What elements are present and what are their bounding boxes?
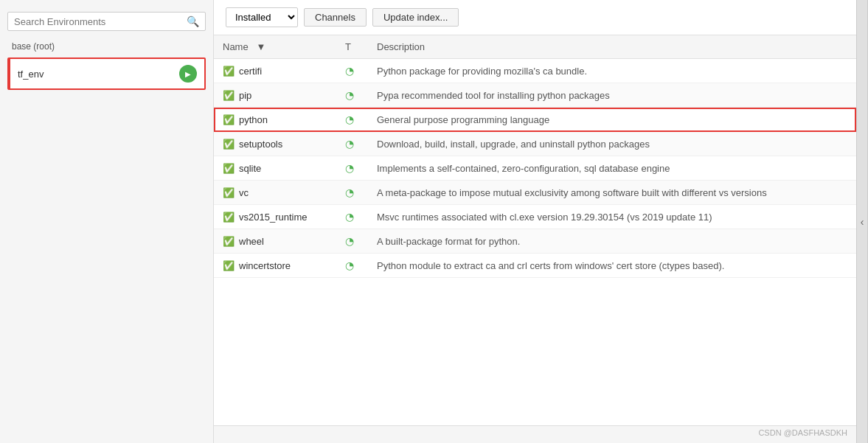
pkg-description: A built-package format for python. bbox=[377, 236, 520, 247]
pkg-name-cell: ✅ setuptools bbox=[214, 132, 336, 156]
pkg-name: wincertstore bbox=[239, 260, 291, 271]
pkg-description: Download, build, install, upgrade, and u… bbox=[377, 139, 650, 150]
table-row[interactable]: ✅ pip ◔Pypa recommended tool for install… bbox=[214, 83, 856, 108]
check-icon: ✅ bbox=[223, 66, 235, 77]
table-row[interactable]: ✅ sqlite ◔Implements a self-contained, z… bbox=[214, 156, 856, 181]
type-icon: ◔ bbox=[345, 89, 354, 101]
pkg-type-cell: ◔ bbox=[336, 132, 368, 156]
packages-table: Name ▼ T Description ✅ certifi ◔Python p… bbox=[214, 35, 856, 278]
check-icon: ✅ bbox=[223, 90, 235, 101]
pkg-description: Implements a self-contained, zero-config… bbox=[377, 163, 670, 174]
toolbar: Installed All Updatable Selected Channel… bbox=[214, 0, 856, 35]
pkg-name-cell: ✅ wheel bbox=[214, 229, 336, 254]
pkg-type-cell: ◔ bbox=[336, 181, 368, 205]
pkg-name-cell: ✅ vs2015_runtime bbox=[214, 205, 336, 229]
check-icon: ✅ bbox=[223, 236, 235, 247]
env-name: tf_env bbox=[18, 69, 44, 80]
pkg-desc-cell: Implements a self-contained, zero-config… bbox=[368, 156, 856, 181]
play-button[interactable]: ▶ bbox=[179, 65, 197, 83]
type-icon: ◔ bbox=[345, 235, 354, 247]
pkg-description: Python package for providing mozilla's c… bbox=[377, 66, 587, 77]
pkg-name-cell: ✅ wincertstore bbox=[214, 254, 336, 278]
pkg-description: Pypa recommended tool for installing pyt… bbox=[377, 90, 610, 101]
pkg-name-cell: ✅ vc bbox=[214, 181, 336, 205]
search-bar[interactable]: 🔍 bbox=[7, 12, 206, 31]
table-row[interactable]: ✅ setuptools ◔Download, build, install, … bbox=[214, 132, 856, 156]
channels-button[interactable]: Channels bbox=[304, 8, 367, 27]
pkg-name: wheel bbox=[239, 236, 264, 247]
table-row[interactable]: ✅ vs2015_runtime ◔Msvc runtimes associat… bbox=[214, 205, 856, 229]
pkg-name-cell: ✅ python bbox=[214, 108, 336, 132]
watermark-text: CSDN @DASFHASDKH bbox=[758, 428, 847, 437]
check-icon: ✅ bbox=[223, 212, 235, 223]
table-row[interactable]: ✅ wincertstore ◔Python module to extract… bbox=[214, 254, 856, 278]
search-input[interactable] bbox=[14, 16, 187, 27]
pkg-name-cell: ✅ sqlite bbox=[214, 156, 336, 181]
pkg-name: pip bbox=[239, 90, 251, 101]
type-icon: ◔ bbox=[345, 114, 354, 125]
packages-table-container: Name ▼ T Description ✅ certifi ◔Python p… bbox=[214, 35, 856, 425]
pkg-type-cell: ◔ bbox=[336, 108, 368, 132]
pkg-desc-cell: A meta-package to impose mutual exclusiv… bbox=[368, 181, 856, 205]
main-content: Installed All Updatable Selected Channel… bbox=[214, 0, 856, 443]
pkg-description: General purpose programming language bbox=[377, 114, 549, 125]
table-row[interactable]: ✅ certifi ◔Python package for providing … bbox=[214, 59, 856, 83]
pkg-desc-cell: A built-package format for python. bbox=[368, 229, 856, 254]
pkg-desc-cell: Python module to extract ca and crl cert… bbox=[368, 254, 856, 278]
bottom-bar: CSDN @DASFHASDKH bbox=[214, 425, 856, 443]
check-icon: ✅ bbox=[223, 163, 235, 174]
pkg-desc-cell: Pypa recommended tool for installing pyt… bbox=[368, 83, 856, 108]
pkg-name: certifi bbox=[239, 66, 262, 77]
sidebar: 🔍 base (root) tf_env ▶ bbox=[0, 0, 214, 443]
pkg-type-cell: ◔ bbox=[336, 229, 368, 254]
pkg-desc-cell: General purpose programming language bbox=[368, 108, 856, 132]
filter-dropdown[interactable]: Installed All Updatable Selected bbox=[226, 7, 298, 27]
environment-list: base (root) tf_env ▶ bbox=[0, 38, 213, 90]
pkg-name: python bbox=[239, 114, 268, 125]
pkg-name: vc bbox=[239, 187, 249, 198]
pkg-name-cell: ✅ certifi bbox=[214, 59, 336, 83]
pkg-name-cell: ✅ pip bbox=[214, 83, 336, 108]
table-row[interactable]: ✅ wheel ◔A built-package format for pyth… bbox=[214, 229, 856, 254]
type-icon: ◔ bbox=[345, 138, 354, 150]
col-description: Description bbox=[368, 35, 856, 59]
pkg-desc-cell: Msvc runtimes associated with cl.exe ver… bbox=[368, 205, 856, 229]
type-icon: ◔ bbox=[345, 211, 354, 223]
pkg-type-cell: ◔ bbox=[336, 156, 368, 181]
pkg-type-cell: ◔ bbox=[336, 83, 368, 108]
collapse-handle[interactable]: ‹ bbox=[856, 0, 868, 443]
col-type: T bbox=[336, 35, 368, 59]
type-icon: ◔ bbox=[345, 186, 354, 198]
pkg-desc-cell: Python package for providing mozilla's c… bbox=[368, 59, 856, 83]
pkg-name: setuptools bbox=[239, 139, 282, 150]
base-env-label: base (root) bbox=[7, 38, 206, 55]
pkg-type-cell: ◔ bbox=[336, 205, 368, 229]
update-index-button[interactable]: Update index... bbox=[372, 8, 459, 27]
pkg-desc-cell: Download, build, install, upgrade, and u… bbox=[368, 132, 856, 156]
pkg-name: vs2015_runtime bbox=[239, 212, 308, 223]
pkg-type-cell: ◔ bbox=[336, 254, 368, 278]
pkg-description: Python module to extract ca and crl cert… bbox=[377, 260, 724, 271]
type-icon: ◔ bbox=[345, 162, 354, 174]
type-icon: ◔ bbox=[345, 65, 354, 77]
table-row[interactable]: ✅ python ◔General purpose programming la… bbox=[214, 108, 856, 132]
table-header-row: Name ▼ T Description bbox=[214, 35, 856, 59]
check-icon: ✅ bbox=[223, 187, 235, 198]
env-item-tf_env[interactable]: tf_env ▶ bbox=[7, 57, 206, 90]
pkg-description: Msvc runtimes associated with cl.exe ver… bbox=[377, 212, 712, 223]
content-wrapper: Installed All Updatable Selected Channel… bbox=[214, 0, 868, 443]
pkg-name: sqlite bbox=[239, 163, 261, 174]
check-icon: ✅ bbox=[223, 260, 235, 271]
type-icon: ◔ bbox=[345, 259, 354, 271]
pkg-description: A meta-package to impose mutual exclusiv… bbox=[377, 187, 767, 198]
search-icon: 🔍 bbox=[187, 15, 199, 27]
pkg-type-cell: ◔ bbox=[336, 59, 368, 83]
col-name[interactable]: Name ▼ bbox=[214, 35, 336, 59]
check-icon: ✅ bbox=[223, 139, 235, 150]
check-icon: ✅ bbox=[223, 114, 235, 125]
table-row[interactable]: ✅ vc ◔A meta-package to impose mutual ex… bbox=[214, 181, 856, 205]
